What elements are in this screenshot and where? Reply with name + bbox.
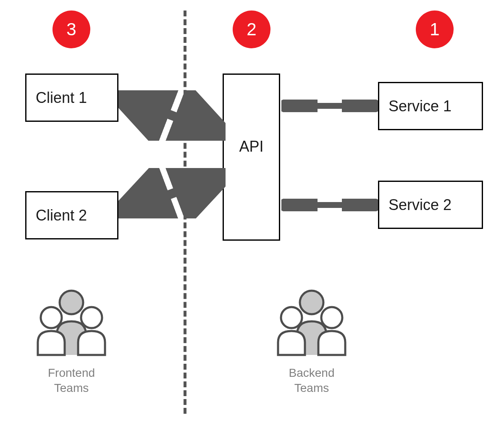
api-label: API xyxy=(239,138,263,155)
svg-point-16 xyxy=(281,307,302,328)
badge-2: 2 xyxy=(233,11,270,48)
badge-1-label: 1 xyxy=(430,19,439,39)
client-2-box: Client 2 xyxy=(25,191,118,239)
service-1-label: Service 1 xyxy=(388,97,452,115)
client-2-label: Client 2 xyxy=(36,207,87,224)
client-1-label: Client 1 xyxy=(36,89,87,107)
backend-team-icon xyxy=(274,286,349,357)
api-box: API xyxy=(223,74,280,241)
arrow-api-service1 xyxy=(281,100,378,112)
badge-3: 3 xyxy=(52,11,90,48)
backend-team-label: Backend Teams xyxy=(282,365,341,396)
badge-3-label: 3 xyxy=(66,19,76,39)
arrow-client1-api xyxy=(118,90,226,141)
svg-point-12 xyxy=(60,291,83,314)
svg-point-14 xyxy=(81,307,102,328)
service-2-label: Service 2 xyxy=(388,196,452,214)
svg-line-2 xyxy=(126,98,218,133)
service-2-box: Service 2 xyxy=(378,181,483,229)
badge-2-label: 2 xyxy=(247,19,256,39)
frontend-team-label: Frontend Teams xyxy=(42,365,101,396)
frontend-team-icon xyxy=(34,286,109,357)
arrow-api-service2 xyxy=(281,199,378,211)
svg-point-17 xyxy=(321,307,342,328)
arrow-client2-api xyxy=(118,168,226,218)
client-1-box: Client 1 xyxy=(25,74,118,122)
svg-point-15 xyxy=(300,291,323,314)
svg-line-5 xyxy=(126,176,218,211)
badge-1: 1 xyxy=(416,11,454,48)
service-1-box: Service 1 xyxy=(378,82,483,130)
svg-point-13 xyxy=(41,307,62,328)
